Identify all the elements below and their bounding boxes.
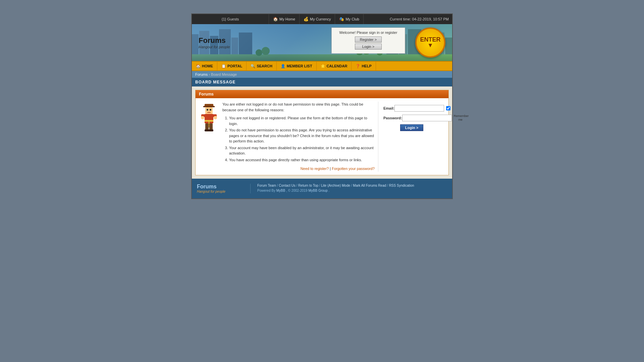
svg-rect-32 xyxy=(209,129,213,131)
email-row: Email: xyxy=(383,105,440,112)
reason-2: You do not have permission to access thi… xyxy=(229,127,375,144)
footer-forum-title: Forums xyxy=(197,184,244,190)
character-icon xyxy=(201,103,217,133)
message-intro: You are either not logged in or do not h… xyxy=(222,102,375,113)
my-club-link[interactable]: 🎭 My Club xyxy=(335,14,363,24)
my-currency-link[interactable]: 💰 My Currency xyxy=(300,14,335,24)
password-label: Password: xyxy=(383,116,402,120)
footer-nav: Forum Team / Contact Us / Return to Top … xyxy=(257,184,447,187)
currency-icon: 💰 xyxy=(304,17,309,21)
character-area xyxy=(199,102,219,172)
footer-forum-subtitle: Hangout for people xyxy=(197,190,244,193)
footer-logo: Forums Hangout for people xyxy=(197,184,251,193)
forums-panel-header: Forums xyxy=(196,90,448,98)
footer-links: Forum Team / Contact Us / Return to Top … xyxy=(257,184,447,192)
forum-title: Forums xyxy=(199,36,230,45)
nav-home[interactable]: 🏠 HOME xyxy=(192,62,217,70)
footer-contact-us[interactable]: Contact Us xyxy=(279,184,295,187)
nav-calendar[interactable]: ⭐ CALENDAR xyxy=(317,62,352,70)
footer: Forums Hangout for people Forum Team / C… xyxy=(192,179,452,198)
svg-point-35 xyxy=(201,116,204,119)
svg-rect-13 xyxy=(192,54,452,61)
memberlist-nav-icon: 👤 xyxy=(281,64,285,68)
mybb-group-link[interactable]: MyBB Group xyxy=(308,189,327,192)
breadcrumb-current: Board Message xyxy=(211,72,237,76)
club-icon: 🎭 xyxy=(339,17,344,21)
home-nav-icon: 🏠 xyxy=(196,64,201,68)
login-area: Email: Password: Remember me Login > xyxy=(378,102,445,172)
svg-rect-31 xyxy=(205,129,209,131)
forgot-password-link[interactable]: Forgotten your password? xyxy=(332,167,375,171)
my-home-link[interactable]: 🏠 My Home xyxy=(269,14,300,24)
forums-panel-body: You are either not logged in or do not h… xyxy=(196,98,448,175)
email-label: Email: xyxy=(383,106,394,110)
login-button[interactable]: Login > xyxy=(400,124,423,131)
mybb-link[interactable]: MyBB xyxy=(276,189,285,192)
enter-badge[interactable]: enter ▼ xyxy=(415,27,445,58)
powered-by: Powered By MyBB , © 2002-2019 MyBB Group… xyxy=(257,189,447,192)
forums-panel: Forums xyxy=(195,90,449,175)
copyright-end: . xyxy=(329,189,330,192)
header: Forums Hangout for people Welcome! Pleas… xyxy=(192,24,452,61)
svg-point-36 xyxy=(214,116,217,119)
svg-rect-20 xyxy=(203,106,215,107)
welcome-box: Welcome! Please sign in or register Regi… xyxy=(331,27,405,54)
footer-rss[interactable]: RSS Syndication xyxy=(389,184,414,187)
email-input[interactable] xyxy=(394,105,444,112)
register-link[interactable]: Need to register? xyxy=(301,167,329,171)
svg-rect-22 xyxy=(207,109,208,111)
calendar-nav-icon: ⭐ xyxy=(321,64,325,68)
footer-return-top[interactable]: Return to Top xyxy=(298,184,318,187)
message-area: You are either not logged in or do not h… xyxy=(219,102,378,172)
remember-checkbox[interactable] xyxy=(446,106,450,111)
powered-by-text: Powered By xyxy=(257,189,276,192)
login-link-header[interactable]: Login > xyxy=(355,44,382,50)
nav-portal[interactable]: 📋 PORTAL xyxy=(217,62,247,70)
search-nav-icon: 🔍 xyxy=(251,64,255,68)
home-icon: 🏠 xyxy=(273,17,278,21)
guests-section: {1} Guests xyxy=(192,14,269,24)
register-button[interactable]: Register > xyxy=(355,37,382,43)
nav-help[interactable]: ❓ HELP xyxy=(352,62,376,70)
breadcrumb-forums[interactable]: Forums xyxy=(195,72,208,76)
message-links: Need to register? | Forgotten your passw… xyxy=(222,166,375,172)
svg-rect-26 xyxy=(205,120,213,122)
help-nav-icon: ❓ xyxy=(356,64,360,68)
content: Forums xyxy=(192,86,452,179)
svg-rect-29 xyxy=(205,123,209,130)
board-message-header: BOARD MESSAGE xyxy=(192,78,452,86)
reason-4: You have accessed this page directly rat… xyxy=(229,157,375,163)
header-logo: Forums Hangout for people xyxy=(192,33,237,52)
guests-label: {1} Guests xyxy=(222,17,239,21)
reason-3: Your account may have been disabled by a… xyxy=(229,145,375,156)
enter-arrow-icon: ▼ xyxy=(427,42,433,49)
password-row: Password: Remember me xyxy=(383,114,440,122)
password-input[interactable] xyxy=(402,115,452,121)
current-time: Current time: 04-22-2019, 10:57 PM xyxy=(390,17,452,21)
copyright-text: , © 2002-2019 xyxy=(286,189,308,192)
top-bar: {1} Guests 🏠 My Home 💰 My Currency 🎭 My … xyxy=(192,14,452,24)
top-nav-links: 🏠 My Home 💰 My Currency 🎭 My Club Curren… xyxy=(269,14,452,24)
forum-subtitle: Hangout for people xyxy=(199,45,230,49)
svg-rect-24 xyxy=(207,112,211,113)
footer-forum-team[interactable]: Forum Team xyxy=(257,184,276,187)
breadcrumb-bar: Forums › Board Message xyxy=(192,71,452,78)
forums-panel-title: Forums xyxy=(199,92,214,97)
svg-point-14 xyxy=(256,49,262,56)
svg-rect-30 xyxy=(209,123,213,130)
reason-1: You are not logged in or registered. Ple… xyxy=(229,115,375,126)
reasons-list: You are not logged in or registered. Ple… xyxy=(229,115,375,163)
footer-lite-mode[interactable]: Lite (Archive) Mode xyxy=(321,184,350,187)
svg-point-15 xyxy=(262,47,270,55)
portal-nav-icon: 📋 xyxy=(221,64,226,68)
board-message-title: BOARD MESSAGE xyxy=(195,80,449,84)
welcome-text: Welcome! Please sign in or register xyxy=(336,31,401,35)
remember-label: Remember me xyxy=(454,114,467,122)
footer-mark-read[interactable]: Mark All Forums Read xyxy=(353,184,386,187)
nav-search[interactable]: 🔍 SEARCH xyxy=(247,62,276,70)
svg-rect-23 xyxy=(210,109,211,111)
nav-memberlist[interactable]: 👤 MEMBER LIST xyxy=(277,62,317,70)
nav-bar: 🏠 HOME 📋 PORTAL 🔍 SEARCH 👤 MEMBER LIST ⭐… xyxy=(192,61,452,71)
